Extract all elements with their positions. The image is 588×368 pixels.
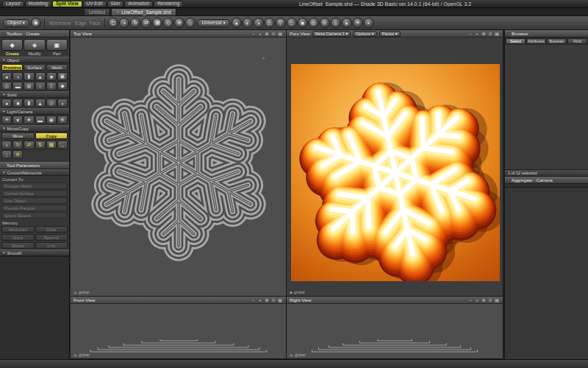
stretch-v-icon[interactable]: ↕ <box>1 150 12 159</box>
viewport-control-icon[interactable]: ⊕ <box>481 31 487 36</box>
mirror-tool-icon[interactable]: ⇄ <box>141 18 151 28</box>
home-tool-icon[interactable]: ⌂ <box>331 18 341 28</box>
camera-select-dropdown[interactable]: Meta Camera 1 ▾ <box>312 31 351 37</box>
convert-option-polygon-mesh[interactable]: Polygon Mesh <box>1 183 68 189</box>
browser-tab-attributes[interactable]: Attributes <box>526 38 546 44</box>
viewport-control-icon[interactable]: − <box>251 32 257 36</box>
scale-icon[interactable]: ⇅ <box>35 141 46 149</box>
viewport-control-icon[interactable]: ⊕ <box>481 297 487 302</box>
mirror-icon[interactable]: ⇄ <box>24 141 34 149</box>
triangle-up-icon[interactable]: △ <box>265 18 275 28</box>
viewport-control-icon[interactable]: ⊕ <box>264 31 270 36</box>
tool-parameters-header[interactable]: Tool Parameters <box>0 162 69 169</box>
universal-dropdown[interactable]: Universal ▾ <box>197 19 229 27</box>
sphere-tool-icon[interactable]: ● <box>232 18 242 28</box>
move-tool-icon[interactable]: + <box>119 18 129 28</box>
viewport-control-icon[interactable]: ⊙ <box>270 31 276 36</box>
aggregate-header[interactable]: Aggregate : Camera <box>505 177 588 184</box>
display-mode-edge[interactable]: Edge <box>74 21 87 26</box>
stretch-h-icon[interactable]: ↔ <box>57 141 68 149</box>
diamond-tool-icon[interactable]: ◇ <box>163 18 173 28</box>
solid-cube-icon[interactable]: ■ <box>12 99 23 107</box>
spot-light-icon[interactable]: ▼ <box>12 116 23 124</box>
viewport-pers[interactable]: Pers View Meta Camera 1 ▾ Options ▾ Paus… <box>287 30 503 296</box>
spiral-icon[interactable]: ⊕ <box>12 150 23 159</box>
button-surface[interactable]: Surface <box>24 64 45 71</box>
plus-tool-icon[interactable]: + <box>364 18 374 28</box>
front-view-canvas[interactable]: ▲ global <box>71 304 286 358</box>
diamond-solid-icon[interactable]: ♦ <box>342 18 352 28</box>
menu-tab-uv-edit[interactable]: UV Edit <box>83 1 107 7</box>
toolbox-header[interactable]: Toolbox : Create <box>0 30 69 38</box>
viewport-control-icon[interactable]: + <box>474 298 480 302</box>
square-tool-icon[interactable]: □ <box>287 18 297 28</box>
triangle-down-icon[interactable]: ▽ <box>276 18 286 28</box>
polygon-icon[interactable]: ◆ <box>57 82 68 91</box>
disk-icon[interactable]: ◍ <box>24 82 34 91</box>
viewport-control-icon[interactable]: ▤ <box>277 31 283 36</box>
solid-sphere-icon[interactable]: ● <box>1 99 12 107</box>
display-mode-wireframe[interactable]: Wireframe <box>48 21 73 26</box>
torus-icon[interactable]: ◎ <box>1 82 12 91</box>
menu-tab-split-view[interactable]: Split View <box>52 1 82 7</box>
doc-tab-lineoffset-sample-shd[interactable]: ×LineOffset_Sample.shd <box>111 8 176 15</box>
viewport-front[interactable]: Front View −+⊕⊙▤ ▲ global <box>71 297 286 358</box>
viewport-control-icon[interactable]: − <box>251 298 257 302</box>
viewport-control-icon[interactable]: ⊙ <box>487 297 493 302</box>
menu-tab-animation[interactable]: Animation <box>124 1 153 7</box>
viewport-control-icon[interactable]: + <box>257 32 263 36</box>
doc-tab-untitled[interactable]: Untitled <box>84 8 110 15</box>
viewport-control-icon[interactable]: ▤ <box>494 31 500 36</box>
viewport-control-icon[interactable]: − <box>467 32 473 36</box>
section-light-camera[interactable]: ▼ Light/Camera <box>0 108 69 115</box>
toolbox-tab-part[interactable]: ▣Part <box>46 39 68 56</box>
rounded-cube-icon[interactable]: ▣ <box>57 72 68 81</box>
right-view-canvas[interactable]: ▲ global <box>287 304 503 358</box>
menu-tab-rendering[interactable]: Rendering <box>154 1 183 7</box>
dot-ring-icon[interactable]: ⊙ <box>320 18 330 28</box>
button-copy[interactable]: Copy <box>35 132 68 139</box>
boolean-subtract-icon[interactable]: ◖ <box>57 99 68 107</box>
viewport-right[interactable]: Right View −+⊕⊙▤ ▲ global <box>287 297 503 358</box>
section-solid[interactable]: ▼ Solid <box>0 91 69 98</box>
grid-snap-icon[interactable]: ▦ <box>152 18 162 28</box>
section-smooth[interactable]: ▼ Smooth <box>0 250 69 256</box>
capsule-icon[interactable]: ▯ <box>46 82 57 91</box>
circle-tool-icon[interactable]: ○ <box>185 18 196 28</box>
pause-dropdown[interactable]: Pause ▾ <box>379 31 401 37</box>
browser-tab-boolean[interactable]: Boolean <box>547 38 567 44</box>
button-move[interactable]: Move <box>1 132 35 139</box>
convert-option-ignore-slopes[interactable]: Ignore Slopes <box>1 212 68 219</box>
browser-tab-find[interactable]: Find <box>567 38 587 44</box>
browser-header[interactable]: Browser <box>505 30 588 38</box>
convert-option-line-object[interactable]: Line Object <box>1 197 68 204</box>
viewport-control-icon[interactable]: ⊕ <box>264 297 270 302</box>
half-shade-icon[interactable]: ◐ <box>243 18 253 28</box>
object-mode-dropdown[interactable]: Object ▾ <box>3 19 29 27</box>
cube-icon[interactable]: ■ <box>46 72 57 81</box>
viewport-control-icon[interactable]: ▤ <box>277 297 283 302</box>
button-memorize[interactable]: Memorize <box>1 226 35 233</box>
section-object[interactable]: ▼ Object <box>0 57 69 63</box>
button-sweep[interactable]: Sweep <box>1 242 35 249</box>
browser-tab-select[interactable]: Select <box>506 38 526 44</box>
area-light-icon[interactable]: ▬ <box>35 116 46 124</box>
options-dropdown[interactable]: Options ▾ <box>353 31 377 37</box>
solid-cylinder-icon[interactable]: ▮ <box>24 99 34 107</box>
half-shade-2-icon[interactable]: ◑ <box>254 18 264 28</box>
menu-tab-layout[interactable]: Layout <box>2 1 24 7</box>
sun-tool-icon[interactable]: ☀ <box>353 18 363 28</box>
close-tab-icon[interactable]: × <box>116 10 119 15</box>
button-link[interactable]: Link <box>35 242 68 249</box>
translate-icon[interactable]: + <box>1 141 12 149</box>
toolbox-tab-create[interactable]: ◆Create <box>1 39 23 56</box>
point-light-icon[interactable]: ☀ <box>1 116 12 124</box>
top-view-canvas[interactable]: + <box>71 38 286 296</box>
solid-square-icon[interactable]: ■ <box>298 18 308 28</box>
ring-icon[interactable]: ○ <box>35 82 46 91</box>
cone-icon[interactable]: ▲ <box>35 72 46 81</box>
viewport-control-icon[interactable]: ▤ <box>494 297 500 302</box>
button-primitive[interactable]: Primitive <box>1 64 23 71</box>
button-clear[interactable]: Clear <box>35 226 68 233</box>
convert-option-pseudo-parquet[interactable]: Pseudo Parquet <box>1 205 68 211</box>
